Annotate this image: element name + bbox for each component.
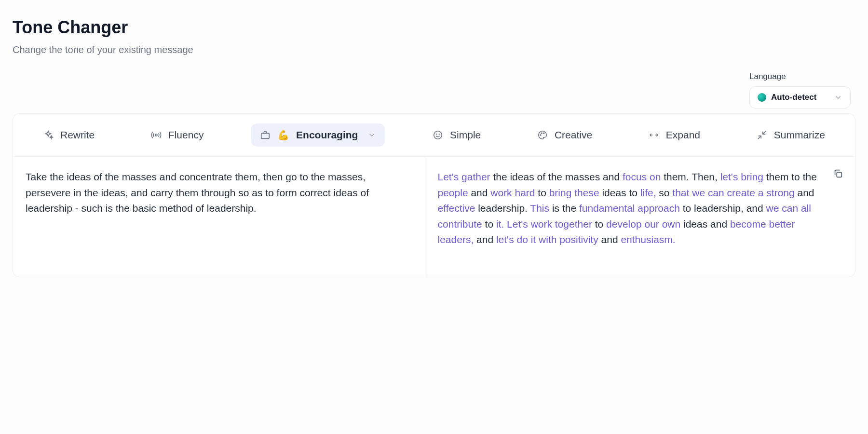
output-text: to [592, 218, 606, 230]
tab-label: Rewrite [60, 129, 95, 141]
output-text: the ideas of the masses and [490, 171, 623, 182]
output-highlight: bring these [549, 187, 599, 198]
svg-point-4 [439, 134, 439, 135]
output-text: ideas to [599, 187, 640, 198]
output-highlight: that we can create a strong [672, 187, 794, 198]
flex-arm-icon: 💪 [277, 129, 289, 141]
tab-simple[interactable]: Simple [424, 123, 489, 147]
language-select[interactable]: Auto-detect [749, 86, 851, 108]
page-subtitle: Change the tone of your existing message [13, 44, 855, 55]
tab-label: Fluency [168, 129, 204, 141]
svg-point-3 [436, 134, 437, 135]
output-highlight: life, [640, 187, 656, 198]
output-text: and [468, 187, 491, 198]
output-highlight: fundamental approach [579, 203, 680, 214]
tab-label: Expand [666, 129, 700, 141]
tab-creative[interactable]: Creative [529, 123, 601, 147]
output-highlight: let's do it with positivity [496, 234, 598, 245]
output-highlight: Let's gather [438, 171, 490, 182]
output-highlight: work hard [490, 187, 535, 198]
output-highlight: This [530, 203, 549, 214]
tab-encouraging[interactable]: 💪 Encouraging [251, 123, 385, 147]
collapse-arrows-icon [757, 130, 767, 140]
palette-icon [537, 130, 548, 140]
output-highlight: focus on [623, 171, 661, 182]
svg-point-7 [543, 133, 544, 134]
output-text: and [474, 234, 496, 245]
output-text: to [535, 187, 549, 198]
output-text: them. Then, [661, 171, 720, 182]
output-highlight: develop our own [606, 218, 680, 230]
output-text: leadership. [475, 203, 530, 214]
svg-point-2 [434, 131, 442, 139]
output-highlight: it. [496, 218, 504, 230]
svg-point-6 [541, 133, 542, 134]
input-text-area[interactable]: Take the ideas of the masses and concent… [13, 157, 425, 277]
svg-point-5 [540, 135, 541, 136]
output-text: ideas and [680, 218, 730, 230]
copy-button[interactable] [831, 166, 845, 181]
output-highlight: let's bring [720, 171, 763, 182]
output-highlight: effective [438, 203, 475, 214]
tab-label: Encouraging [296, 129, 358, 141]
svg-rect-8 [837, 172, 841, 177]
output-text: them to the [763, 171, 817, 182]
broadcast-icon [151, 130, 162, 140]
language-label: Language [749, 72, 786, 81]
output-highlight: people [438, 187, 468, 198]
tab-summarize[interactable]: Summarize [748, 123, 834, 147]
output-text-area: Let's gather the ideas of the masses and… [425, 157, 855, 277]
content-area: Take the ideas of the masses and concent… [13, 157, 855, 277]
expand-arrows-icon [649, 130, 659, 140]
briefcase-icon [260, 130, 271, 140]
svg-point-0 [155, 134, 157, 136]
output-highlight: Let's work together [507, 218, 592, 230]
tab-fluency[interactable]: Fluency [142, 123, 213, 147]
tab-rewrite[interactable]: Rewrite [34, 123, 103, 147]
page-title: Tone Changer [13, 17, 855, 38]
tone-tabs: Rewrite Fluency 💪 Encouraging [13, 114, 855, 157]
tab-label: Creative [555, 129, 592, 141]
output-highlight: enthusiasm. [621, 234, 675, 245]
tab-expand[interactable]: Expand [640, 123, 709, 147]
chevron-down-icon [834, 93, 842, 102]
sparkle-icon [43, 130, 54, 140]
tab-label: Summarize [774, 129, 825, 141]
output-text: to leadership, and [680, 203, 766, 214]
output-text: and [598, 234, 621, 245]
smile-icon [433, 130, 443, 140]
globe-icon [758, 93, 766, 102]
output-text: so [656, 187, 673, 198]
svg-rect-1 [261, 133, 270, 138]
output-text: is the [549, 203, 579, 214]
chevron-down-icon [367, 131, 376, 139]
tab-label: Simple [450, 129, 481, 141]
language-value: Auto-detect [771, 93, 816, 102]
main-panel: Rewrite Fluency 💪 Encouraging [13, 113, 855, 277]
output-text: and [795, 187, 814, 198]
output-text: to [482, 218, 496, 230]
